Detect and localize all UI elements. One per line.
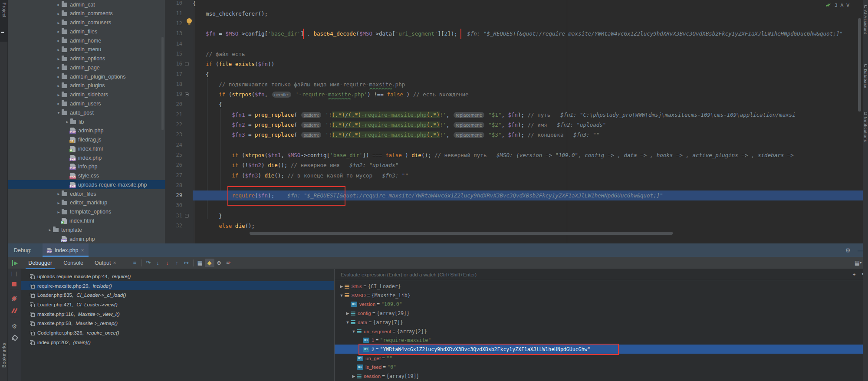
chevron-right-icon[interactable]: ▸ <box>56 11 62 16</box>
code-line-10[interactable]: { <box>193 0 863 9</box>
force-step-into-icon[interactable]: ↓ <box>163 259 172 267</box>
tree-folder-adm1in_plugin_options[interactable]: ▸adm1in_plugin_options <box>8 72 165 81</box>
chevron-right-icon[interactable]: ▶ <box>345 311 351 315</box>
frame-row[interactable]: Loader.php:421, CI_Loader->view() <box>21 300 334 309</box>
variable-row-session[interactable]: ▶session = {array[19]} <box>335 372 868 381</box>
tree-file-index.php[interactable]: PHPindex.php <box>8 153 165 162</box>
chevron-right-icon[interactable]: ▸ <box>56 20 62 25</box>
evaluate-icon[interactable]: ▦ <box>195 259 205 267</box>
chevron-right-icon[interactable]: ▶ <box>339 284 345 289</box>
tree-folder-admin_files[interactable]: ▸admin_files <box>8 27 165 36</box>
chevron-right-icon[interactable]: ▸ <box>56 210 62 214</box>
frame-row[interactable]: maxsite.php:116, Maxsite->_view_i() <box>21 309 334 319</box>
chevron-right-icon[interactable]: ▸ <box>56 101 62 106</box>
tree-file-admin.php[interactable]: PHPadmin.php <box>8 234 165 243</box>
evaluate-expression-row[interactable]: Evaluate expression (Enter) or add a wat… <box>335 269 868 280</box>
settings-gear-icon[interactable]: ⚙ <box>845 247 851 254</box>
settings-icon[interactable]: ⚙ <box>8 322 21 331</box>
resume-program-icon[interactable]: ▶ <box>12 260 18 266</box>
vertical-scrollbar[interactable] <box>858 18 861 112</box>
tool-window-tab-database[interactable]: Database <box>863 64 868 89</box>
pin-icon[interactable] <box>8 333 21 342</box>
tree-folder-template_options[interactable]: ▸template_options <box>8 207 165 217</box>
intention-bulb-icon[interactable] <box>187 18 192 23</box>
chevron-right-icon[interactable]: ▸ <box>56 92 62 97</box>
step-over-icon[interactable]: ↷ <box>144 259 153 267</box>
tab-output[interactable]: Output× <box>92 257 119 269</box>
chevron-down-icon[interactable]: ▼ <box>345 320 351 325</box>
prev-problem-icon[interactable]: ᐱ <box>841 3 844 8</box>
tree-folder-auto_post[interactable]: ▾auto_post <box>8 108 165 117</box>
tree-file-info.php[interactable]: PHPinfo.php <box>8 162 165 171</box>
chevron-down-icon[interactable]: ▾ <box>56 110 62 115</box>
variable-row-data[interactable]: ▼data = {array[7]} <box>335 318 868 327</box>
code-line-21[interactable]: $fn1 = preg_replace( pattern: '!(.*)/(.*… <box>193 110 863 120</box>
tree-file-style.css[interactable]: CSSstyle.css <box>8 171 165 181</box>
tab-debugger[interactable]: Debugger <box>26 257 55 269</box>
code-line-23[interactable]: $fn3 = preg_replace( pattern: '!(.*)/(.*… <box>193 130 863 140</box>
variable-row-$MSO[interactable]: ▼$MSO = {Maxsite_lib} <box>335 291 868 300</box>
code-line-22[interactable]: $fn2 = preg_replace( pattern: '!(.*)/(.*… <box>193 120 863 130</box>
chevron-right-icon[interactable]: ▸ <box>56 47 62 52</box>
code-line-14[interactable] <box>193 39 863 49</box>
chevron-right-icon[interactable]: ▸ <box>56 2 62 7</box>
new-watch-icon[interactable]: ≡ <box>224 259 233 267</box>
tree-folder-admin_sidebars[interactable]: ▸admin_sidebars <box>8 90 165 99</box>
chevron-down-icon[interactable]: ▼ <box>351 329 357 334</box>
add-watch-icon[interactable]: + <box>852 272 855 278</box>
pause-icon[interactable]: ❘❘ <box>8 269 21 278</box>
chevron-right-icon[interactable]: ▸ <box>56 83 62 88</box>
close-icon[interactable]: × <box>81 247 84 253</box>
tree-folder-admin_comments[interactable]: ▸admin_comments <box>8 9 165 18</box>
run-to-cursor-icon[interactable]: ↦ <box>182 259 191 267</box>
variable-row-$this[interactable]: ▶$this = {CI_Loader} <box>335 282 868 291</box>
tree-folder-admin_plugins[interactable]: ▸admin_plugins <box>8 81 165 90</box>
frame-row[interactable]: index.php:202, {main}() <box>21 338 334 347</box>
tool-window-tab-ai-assistant[interactable]: AI Assistant <box>863 5 868 34</box>
tree-scrollbar[interactable] <box>161 37 164 130</box>
code-line-13[interactable]: $fn = $MSO->config['base_dir'] . base64_… <box>193 29 863 39</box>
code-line-20[interactable]: { <box>193 99 863 109</box>
threads-icon[interactable]: ⊕ <box>214 259 224 267</box>
view-breakpoints-icon[interactable] <box>8 294 21 303</box>
tree-folder-lib[interactable]: ▸lib <box>8 117 165 126</box>
tree-folder-admin_cat[interactable]: ▸admin_cat <box>8 0 165 9</box>
debug-session-tab[interactable]: PHP index.php × <box>43 243 88 257</box>
code-line-16[interactable]: if (file_exists($fn)) <box>193 59 863 69</box>
frame-row[interactable]: uploads-require-maxsite.php:44, require(… <box>21 272 334 281</box>
fold-marker-icon[interactable] <box>185 92 189 96</box>
mute-breakpoints-icon[interactable] <box>8 306 21 315</box>
code-line-27[interactable]: if ($fn3) die(); // в конеце какой-то му… <box>193 171 863 181</box>
code-line-12[interactable] <box>193 19 863 29</box>
code-line-26[interactable]: if (!$fn2) die(); // неверное имя $fn2: … <box>193 160 863 170</box>
chevron-right-icon[interactable]: ▸ <box>56 65 62 70</box>
variable-row-uri_segment[interactable]: ▼uri_segment = {array[2]} <box>335 327 868 336</box>
chevron-right-icon[interactable]: ▸ <box>64 119 70 124</box>
code-line-18[interactable]: // подключаются только файлы вида имя-re… <box>193 79 863 89</box>
frame-row[interactable]: maxsite.php:58, Maxsite->_remap() <box>21 319 334 328</box>
chevron-right-icon[interactable]: ▶ <box>351 374 357 378</box>
code-line-32[interactable]: else die(); <box>193 221 863 231</box>
chevron-right-icon[interactable]: ▸ <box>47 227 53 232</box>
code-editor[interactable]: 1011121314151617181920212223242526272829… <box>165 0 863 243</box>
hamburger-icon[interactable]: ≡ <box>130 259 140 267</box>
close-icon[interactable]: × <box>113 260 116 266</box>
fold-marker-icon[interactable] <box>185 62 189 66</box>
tool-window-tab-project[interactable]: Project <box>0 0 8 42</box>
tab-console[interactable]: Console <box>61 257 86 269</box>
chevron-right-icon[interactable]: ▸ <box>56 200 62 205</box>
code-line-17[interactable]: { <box>193 69 863 79</box>
tree-file-index.html[interactable]: Hindex.html <box>8 216 165 225</box>
tool-window-tab-bookmarks[interactable]: Bookmarks <box>1 343 7 368</box>
tree-file-filedrag.js[interactable]: JSfiledrag.js <box>8 135 165 145</box>
tree-file-uploads-require-maxsite.php[interactable]: PHPuploads-require-maxsite.php <box>8 180 165 189</box>
tree-folder-admin_comusers[interactable]: ▸admin_comusers <box>8 18 165 27</box>
chevron-down-icon[interactable]: ▼ <box>339 293 345 298</box>
variable-row-uri_get[interactable]: 01uri_get = "" <box>335 354 868 363</box>
tree-folder-admin_menu[interactable]: ▸admin_menu <box>8 45 165 54</box>
variable-row-is_feed[interactable]: 01is_feed = "0" <box>335 363 868 372</box>
frame-row[interactable]: Loader.php:835, CI_Loader->_ci_load() <box>21 290 334 300</box>
next-problem-icon[interactable]: ᐯ <box>846 3 849 8</box>
code-line-19[interactable]: if (strpos($fn, needle: '-require-maxsit… <box>193 89 863 99</box>
tree-folder-admin_users[interactable]: ▸admin_users <box>8 99 165 108</box>
